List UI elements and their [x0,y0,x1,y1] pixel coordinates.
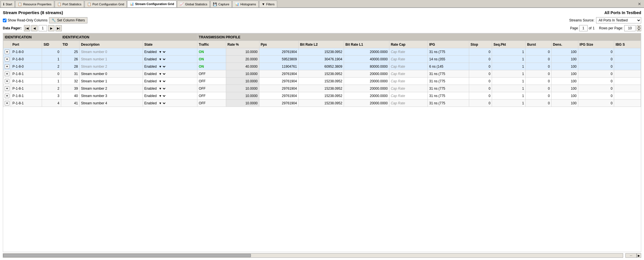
col-ipg-size[interactable]: IPG Size [578,41,614,48]
cell-bit-rate-l2: 15238.0952 [298,48,344,56]
cell-dens: 100 [552,70,578,78]
state-dropdown[interactable]: ▼ [158,94,166,98]
rows-per-page-input[interactable] [624,25,636,31]
cell-traffic: OFF [197,70,226,78]
cell-state[interactable]: Enabled ▼ [143,48,197,56]
tab-histograms[interactable]: 📊 Histograms [232,1,259,7]
cell-rate-cap[interactable]: Cap Rate [389,78,427,85]
cell-rate-cap[interactable]: Cap Rate [389,100,427,107]
cell-rate-cap[interactable]: Cap Rate [389,70,427,78]
tab-filters[interactable]: ▼ Filters [259,1,277,7]
tab-capture[interactable]: 💾 Capture [210,1,232,7]
pager-page-number[interactable] [579,25,588,31]
pager-page-input[interactable] [39,25,47,31]
col-stop[interactable]: Stop [469,41,492,48]
col-bit-rate-l1[interactable]: Bit Rate L1 [344,41,389,48]
scrollbar-thumb[interactable] [3,254,251,257]
row-expand-button[interactable]: + [5,64,9,69]
pager-last-button[interactable]: ▶| [56,25,62,31]
col-ibg-s[interactable]: IBG S [614,41,641,48]
show-readonly-checkbox[interactable] [3,19,6,22]
cell-seq-pkt: 1 [492,56,526,63]
expand-handle[interactable]: ··· [625,253,637,258]
cell-ipg: 31 ns (775 [428,100,469,107]
state-dropdown[interactable]: ▼ [158,79,166,83]
col-bit-rate-l2[interactable]: Bit Rate L2 [298,41,344,48]
cell-rate-pct[interactable]: 10.0000 [226,48,259,56]
cell-rate-cap[interactable]: Cap Rate [389,92,427,100]
col-seq-pkt[interactable]: Seq.Pkt [492,41,526,48]
cell-state[interactable]: Enabled ▼ [143,56,197,63]
pager-next-button[interactable]: ▶ [48,25,54,31]
tab-bar: ℹ Start 📋 Resource Properties 📋 Port Sta… [0,0,644,8]
tab-port-statistics[interactable]: 📋 Port Statistics [55,1,84,7]
cell-rate-pct[interactable]: 10.0000 [226,78,259,85]
state-dropdown[interactable]: ▼ [158,57,166,61]
tab-resource-properties[interactable]: 📋 Resource Properties [15,1,54,7]
col-tid[interactable]: TID [61,41,80,48]
row-expand-button[interactable]: + [5,57,9,61]
rows-per-page-down[interactable]: ▼ [637,28,641,31]
col-pps[interactable]: Pps [259,41,298,48]
cell-rate-pct[interactable]: 10.0000 [226,85,259,92]
traffic-off: OFF [199,79,206,83]
cell-rate-pct[interactable]: 40.0000 [226,63,259,70]
state-dropdown[interactable]: ▼ [158,101,166,105]
horizontal-scrollbar[interactable] [3,253,623,258]
state-dropdown[interactable]: ▼ [158,72,166,76]
col-rate-pct[interactable]: Rate % [226,41,259,48]
tab-start[interactable]: ℹ Start [1,1,15,7]
filter-icon: 🔧 [52,18,56,22]
col-burst[interactable]: Burst [526,41,552,48]
state-dropdown[interactable]: ▼ [158,87,166,91]
cell-rate-cap[interactable]: Cap Rate [389,48,427,56]
col-sid[interactable]: SID [42,41,61,48]
cell-state[interactable]: Enabled ▼ [143,78,197,85]
col-description[interactable]: Description [80,41,143,48]
row-expand-button[interactable]: + [5,50,9,54]
cell-rate-pct[interactable]: 10.0000 [226,70,259,78]
col-traffic[interactable]: Traffic [197,41,226,48]
cell-rate-pct[interactable]: 10.0000 [226,92,259,100]
tab-global-statistics[interactable]: 📈 Global Statistics [177,1,210,7]
table-row: +P-1-8-1132Stream number 1Enabled ▼OFF10… [3,78,641,85]
window-close-button[interactable]: ✕ [636,1,643,7]
scroll-right-button[interactable]: ▶ [637,253,641,258]
row-expand-button[interactable]: + [5,72,9,76]
cell-bit-rate-l2: 15238.0952 [298,100,344,107]
pager-prev-button[interactable]: ◀ [31,25,38,31]
cell-state[interactable]: Enabled ▼ [143,85,197,92]
row-expand-button[interactable]: + [5,101,9,105]
row-expand-button[interactable]: + [5,94,9,98]
col-state[interactable]: State [143,41,197,48]
tab-port-config-grid[interactable]: 📋 Port Configuration Grid [85,1,127,7]
cell-rate-pct[interactable]: 20.0000 [226,56,259,63]
rows-per-page-up[interactable]: ▲ [637,25,641,28]
cell-state[interactable]: Enabled ▼ [143,92,197,100]
row-expand-button[interactable]: + [5,79,9,83]
col-rate-cap[interactable]: Rate Cap [389,41,427,48]
tab-stream-config-grid[interactable]: 📊 Stream Configuration Grid [127,1,177,7]
table-row: +P-1-8-1239Stream number 2Enabled ▼OFF10… [3,85,641,92]
state-dropdown[interactable]: ▼ [158,65,166,69]
state-dropdown[interactable]: ▼ [158,50,166,54]
set-column-filters-button[interactable]: 🔧 Set Column Filters [49,17,87,23]
col-ipg[interactable]: IPG [428,41,469,48]
col-port[interactable]: Port [11,41,42,48]
traffic-on: ON [199,50,204,54]
col-dens[interactable]: Dens. [552,41,578,48]
cell-state[interactable]: Enabled ▼ [143,100,197,107]
cell-state[interactable]: Enabled ▼ [143,70,197,78]
show-readonly-checkbox-label[interactable]: Show Read-Only Columns [3,18,47,22]
cell-state[interactable]: Enabled ▼ [143,63,197,70]
pager-first-button[interactable]: |◀ [24,25,30,31]
cell-ipg-size: 0 [578,92,614,100]
streams-source-select[interactable]: All Ports In Testbed Selected Ports [596,17,641,23]
cell-rate-cap[interactable]: Cap Rate [389,56,427,63]
cell-rate-cap[interactable]: Cap Rate [389,85,427,92]
cell-burst: 0 [526,92,552,100]
cell-rate-pct[interactable]: 10.0000 [226,100,259,107]
cell-ipg-size: 0 [578,70,614,78]
cell-rate-cap[interactable]: Cap Rate [389,63,427,70]
row-expand-button[interactable]: + [5,86,9,91]
